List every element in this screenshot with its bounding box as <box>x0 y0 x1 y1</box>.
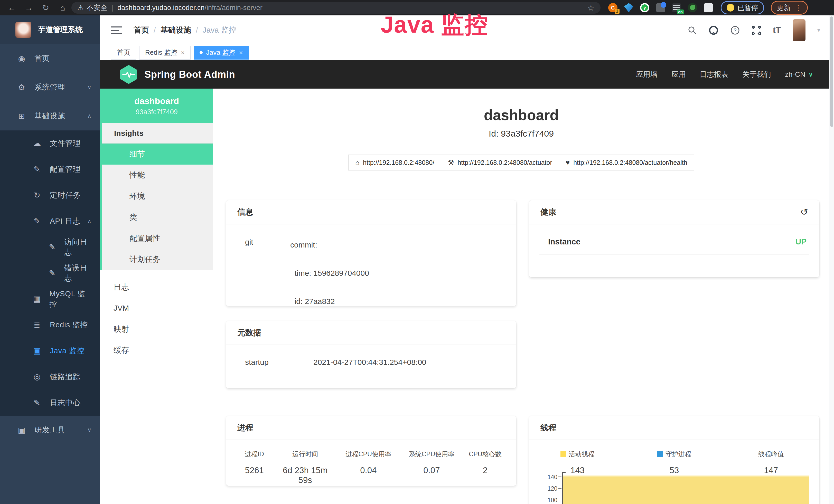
log-center-icon: ✎ <box>31 398 43 408</box>
sidebar-collapse-icon[interactable] <box>111 24 122 37</box>
sba-item-classes[interactable]: 类 <box>102 207 213 228</box>
sba-locale-select[interactable]: zh-CN ∨ <box>785 70 813 78</box>
help-icon[interactable]: ? <box>730 25 740 35</box>
process-stat-cpu-cores: CPU核心数 2 <box>462 450 509 485</box>
sba-item-logfile[interactable]: 日志 <box>100 276 213 298</box>
close-icon[interactable]: × <box>181 49 185 56</box>
extension-c-icon[interactable]: C1 <box>608 3 617 12</box>
user-menu-caret-icon[interactable]: ▾ <box>817 27 820 33</box>
health-url-link[interactable]: ♥ http://192.168.0.2:48080/actuator/heal… <box>559 155 694 170</box>
sba-item-mappings[interactable]: 映射 <box>100 319 213 340</box>
sba-item-metrics[interactable]: 性能 <box>102 165 213 186</box>
tab-label: Redis 监控 <box>145 48 177 57</box>
sba-item-jvm[interactable]: JVM <box>100 298 213 319</box>
sidebar-item-log-center[interactable]: ✎ 日志中心 <box>0 390 100 416</box>
sba-item-caches[interactable]: 缓存 <box>100 340 213 361</box>
health-card: 健康 ↺ Instance UP <box>529 200 819 277</box>
sidebar-item-dev-tools[interactable]: ▣ 研发工具 ∨ <box>0 416 100 444</box>
sidebar-item-label: Redis 监控 <box>50 320 88 330</box>
user-avatar[interactable] <box>793 19 806 41</box>
sba-item-environment[interactable]: 环境 <box>102 186 213 207</box>
extension-leaf-icon[interactable] <box>688 3 697 12</box>
service-url: http://192.168.0.2:48080/ <box>363 159 434 166</box>
sidebar-item-file-mgmt[interactable]: ☁ 文件管理 <box>0 131 100 156</box>
sba-nav-about[interactable]: 关于我们 <box>742 70 771 79</box>
heart-icon: ♥ <box>566 159 570 167</box>
fullscreen-icon[interactable] <box>752 26 761 35</box>
sidebar-item-scheduled-tasks[interactable]: ↻ 定时任务 <box>0 182 100 208</box>
extension-list-icon[interactable]: on <box>672 3 681 12</box>
cloud-icon: ☁ <box>31 139 43 148</box>
sba-nav-journal[interactable]: 日志报表 <box>700 70 728 79</box>
browser-menu-icon[interactable]: ⋮ <box>795 4 802 12</box>
active-tab-dot <box>200 51 203 54</box>
app-logo-row[interactable]: 芋道管理系统 <box>0 16 100 44</box>
sba-item-config-props[interactable]: 配置属性 <box>102 228 213 249</box>
page-scrollbar[interactable] <box>829 16 834 504</box>
sidebar-item-label: 研发工具 <box>35 425 65 435</box>
sidebar-item-system-mgmt[interactable]: ⚙ 系统管理 ∨ <box>0 73 100 102</box>
tab-home[interactable]: 首页 <box>111 46 136 60</box>
tab-java-monitor[interactable]: Java 监控 × <box>194 46 249 60</box>
git-id-line: id: 27aa832 <box>290 297 335 305</box>
sidebar-item-mysql-monitor[interactable]: ▦ MySQL 监控 <box>0 286 100 312</box>
reload-icon[interactable]: ↻ <box>41 3 51 13</box>
extension-gem-icon[interactable] <box>624 3 633 12</box>
sba-item-details[interactable]: 细节 <box>102 143 213 165</box>
sba-instance-header[interactable]: dashboard 93a3fc7f7409 <box>100 89 213 123</box>
sidebar-item-config-mgmt[interactable]: ✎ 配置管理 <box>0 156 100 182</box>
forward-icon[interactable]: → <box>24 3 34 13</box>
sidebar-item-redis-monitor[interactable]: ≣ Redis 监控 <box>0 312 100 338</box>
sba-item-scheduled-tasks[interactable]: 计划任务 <box>102 249 213 270</box>
github-icon[interactable] <box>709 25 719 35</box>
sidebar-item-label: 错误日志 <box>64 263 91 283</box>
sidebar-item-infrastructure[interactable]: ⊞ 基础设施 ∧ <box>0 102 100 131</box>
scrollbar-thumb[interactable] <box>830 17 833 127</box>
sidebar-item-error-logs[interactable]: ✎ 错误日志 <box>0 260 100 286</box>
extensions-puzzle-icon[interactable] <box>704 3 713 12</box>
tab-redis-monitor[interactable]: Redis 监控 × <box>139 46 191 60</box>
endpoint-links: ⌂ http://192.168.0.2:48080/ ⚒ http://192… <box>213 155 829 170</box>
sba-nav-wallboard[interactable]: 应用墙 <box>636 70 658 79</box>
font-size-icon[interactable]: tT <box>773 25 781 35</box>
service-url-link[interactable]: ⌂ http://192.168.0.2:48080/ <box>348 155 441 170</box>
breadcrumb-separator: / <box>154 26 156 35</box>
search-icon[interactable] <box>687 26 697 35</box>
chevron-down-icon: ∨ <box>808 71 813 78</box>
health-instance-row[interactable]: Instance UP <box>540 224 809 254</box>
sidebar-item-api-logs[interactable]: ✎ API 日志 ∧ <box>0 208 100 234</box>
bookmark-star-icon[interactable]: ☆ <box>587 3 594 12</box>
sba-brand-title[interactable]: Spring Boot Admin <box>144 69 235 80</box>
header-actions: ? tT ▾ <box>687 19 820 41</box>
actuator-url-link[interactable]: ⚒ http://192.168.0.2:48080/actuator <box>441 155 559 170</box>
chevron-down-icon: ∨ <box>87 84 91 91</box>
profile-paused-chip[interactable]: 已暂停 <box>721 1 764 15</box>
home-nav-icon[interactable]: ⌂ <box>58 3 68 13</box>
address-divider: | <box>111 4 113 12</box>
extension-grid-icon[interactable] <box>656 3 665 12</box>
sidebar-item-home[interactable]: ◉ 首页 <box>0 44 100 73</box>
sidebar-item-label: API 日志 <box>50 216 81 226</box>
sba-nav-applications[interactable]: 应用 <box>672 70 686 79</box>
breadcrumb-infrastructure[interactable]: 基础设施 <box>160 25 191 36</box>
address-bar[interactable]: ⚠ 不安全 | dashboard.yudao.iocoder.cn /infr… <box>71 2 600 14</box>
log-icon: ✎ <box>47 268 58 278</box>
back-icon[interactable]: ← <box>7 3 17 13</box>
breadcrumb-home[interactable]: 首页 <box>134 25 149 36</box>
sidebar-item-label: Java 监控 <box>50 346 84 356</box>
sidebar-item-java-monitor[interactable]: ▣ Java 监控 <box>0 338 100 364</box>
sba-section-insights[interactable]: Insights <box>102 123 213 143</box>
browser-update-button[interactable]: 更新 ⋮ <box>771 1 808 15</box>
health-key: Instance <box>540 237 580 247</box>
metadata-key: startup <box>236 358 313 367</box>
home-icon: ⌂ <box>355 159 359 167</box>
close-icon[interactable]: × <box>239 49 243 56</box>
wrench-icon: ⚒ <box>448 159 454 167</box>
sidebar-item-tracing[interactable]: ◎ 链路追踪 <box>0 364 100 390</box>
not-secure-label[interactable]: 不安全 <box>87 3 107 12</box>
history-icon[interactable]: ↺ <box>800 207 808 217</box>
toolbox-icon: ▣ <box>16 426 28 435</box>
metadata-card: 元数据 startup 2021-04-27T00:44:31.254+08:0… <box>226 321 516 388</box>
extension-y-icon[interactable]: y <box>640 3 649 12</box>
sidebar-item-access-logs[interactable]: ✎ 访问日志 <box>0 234 100 260</box>
